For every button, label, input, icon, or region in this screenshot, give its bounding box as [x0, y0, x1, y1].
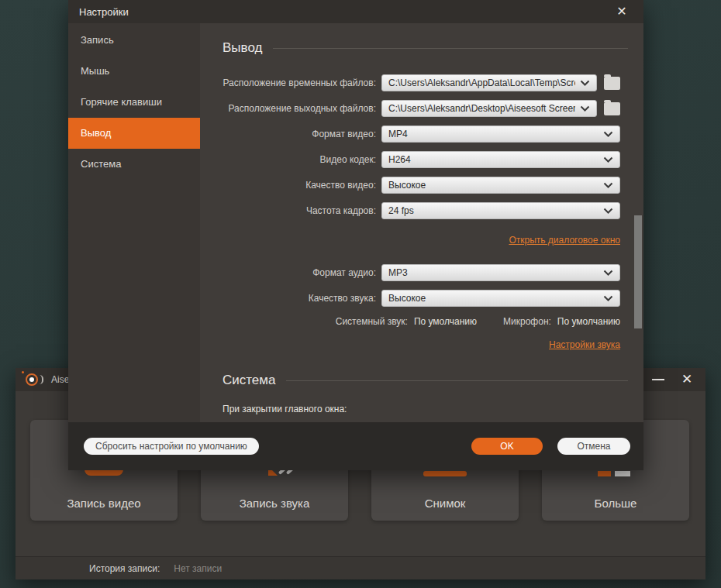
dialog-titlebar: Настройки ✕ — [68, 0, 643, 23]
app-logo-icon — [26, 373, 43, 386]
frame-rate-dropdown[interactable]: 24 fps — [381, 202, 620, 219]
output-section-heading: Вывод — [200, 40, 643, 56]
video-quality-dropdown[interactable]: Высокое — [381, 177, 620, 194]
sidebar-item-system[interactable]: Система — [68, 149, 200, 180]
row-temp-files: Расположение временных файлов: C:\Users\… — [200, 74, 643, 91]
snapshot-camera-icon — [423, 471, 467, 476]
chevron-down-icon — [603, 156, 613, 163]
chevron-down-icon — [603, 182, 613, 188]
system-section-heading: Система — [200, 373, 643, 388]
row-audio-format: Формат аудио: MP3 — [200, 264, 643, 281]
reset-defaults-button[interactable]: Сбросить настройки по умолчанию — [84, 438, 259, 455]
chevron-down-icon — [603, 295, 613, 301]
sound-settings-link[interactable]: Настройки звука — [549, 339, 620, 350]
chevron-down-icon — [603, 270, 613, 276]
sidebar-item-record[interactable]: Запись — [68, 25, 200, 56]
settings-dialog: Настройки ✕ Запись Мышь Горячие клавиши … — [68, 0, 643, 470]
ok-button[interactable]: OK — [471, 438, 543, 455]
chevron-down-icon — [603, 131, 613, 137]
dialog-footer: Сбросить настройки по умолчанию OK Отмен… — [68, 422, 643, 470]
more-grid-icon — [598, 471, 611, 476]
sidebar-item-output[interactable]: Вывод — [68, 118, 200, 149]
open-dialog-link[interactable]: Открыть диалоговое окно — [509, 235, 620, 246]
card-label: Запись видео — [30, 497, 178, 510]
card-label: Запись звука — [201, 497, 348, 510]
history-label: История записи: — [89, 563, 160, 574]
chevron-down-icon — [580, 105, 590, 112]
minimize-icon[interactable] — [651, 373, 665, 387]
sidebar-item-mouse[interactable]: Мышь — [68, 56, 200, 87]
temp-files-dropdown[interactable]: C:\Users\Aleksandr\AppData\Local\Temp\Sc… — [381, 74, 597, 91]
close-icon[interactable]: ✕ — [614, 4, 630, 19]
chevron-down-icon — [603, 208, 613, 214]
card-label: Снимок — [371, 497, 519, 510]
system-sound-status: Системный звук:По умолчанию — [336, 316, 477, 327]
close-behavior-label: При закрытии главного окна: — [200, 404, 643, 414]
card-label: Больше — [542, 497, 689, 510]
chevron-down-icon — [580, 80, 590, 86]
cancel-button[interactable]: Отмена — [557, 438, 630, 455]
video-codec-dropdown[interactable]: H264 — [381, 151, 620, 168]
sound-status-row: Системный звук:По умолчанию Микрофон:По … — [200, 315, 620, 328]
folder-icon[interactable] — [604, 77, 620, 90]
section-title: Система — [223, 373, 275, 388]
section-title: Вывод — [223, 40, 262, 56]
row-frame-rate: Частота кадров: 24 fps — [200, 202, 643, 219]
row-video-quality: Качество видео: Высокое — [200, 177, 643, 194]
microphone-status: Микрофон:По умолчанию — [503, 316, 620, 327]
status-bar: История записи: Нет записи — [16, 556, 705, 579]
audio-quality-dropdown[interactable]: Высокое — [381, 290, 620, 307]
video-camera-icon — [85, 469, 123, 476]
history-value: Нет записи — [174, 563, 222, 574]
settings-sidebar: Запись Мышь Горячие клавиши Вывод Систем… — [68, 23, 200, 422]
settings-content: Вывод Расположение временных файлов: C:\… — [200, 23, 643, 422]
row-output-files: Расположение выходных файлов: C:\Users\A… — [200, 100, 643, 117]
sidebar-item-hotkeys[interactable]: Горячие клавиши — [68, 87, 200, 118]
folder-icon[interactable] — [604, 102, 620, 115]
video-format-dropdown[interactable]: MP4 — [381, 126, 620, 143]
row-video-format: Формат видео: MP4 — [200, 126, 643, 143]
dialog-title: Настройки — [79, 6, 129, 18]
audio-format-dropdown[interactable]: MP3 — [381, 264, 620, 281]
output-files-dropdown[interactable]: C:\Users\Aleksandr\Desktop\Aiseesoft Scr… — [381, 100, 597, 117]
scrollbar-thumb[interactable] — [634, 215, 642, 328]
row-audio-quality: Качество звука: Высокое — [200, 290, 643, 307]
row-video-codec: Видео кодек: H264 — [200, 151, 643, 168]
close-icon[interactable]: ✕ — [679, 372, 695, 387]
